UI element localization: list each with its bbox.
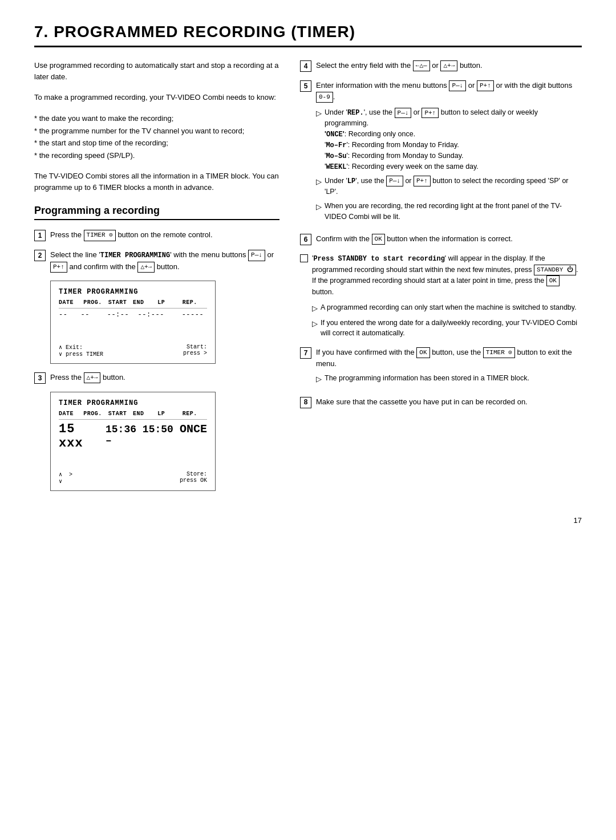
left-triangle-btn: ←△— bbox=[413, 60, 430, 71]
note-rep: ▷ Under 'REP.', use the P—↓ or P+↑ butto… bbox=[316, 107, 582, 172]
standby-text: 'Press STANDBY to start recording' will … bbox=[312, 253, 582, 342]
timer-btn-2: TIMER ⊙ bbox=[483, 347, 515, 358]
ok-btn-2: OK bbox=[546, 275, 560, 286]
arrow-icon-4: ▷ bbox=[312, 303, 318, 314]
step-1: 1 Press the TIMER ⊙ button on the remote… bbox=[34, 229, 279, 241]
step-4-content: Select the entry field with the ←△— or △… bbox=[316, 60, 582, 71]
page-number: 17 bbox=[34, 516, 582, 525]
timer-box-2: TIMER PROGRAMMING DATEPROG.STARTENDLPREP… bbox=[50, 392, 216, 491]
footer-left-1: ∧ Exit: ∨ press TIMER bbox=[59, 344, 103, 358]
bullet-3: * the start and stop time of the recordi… bbox=[34, 137, 279, 149]
step-2-num: 2 bbox=[34, 250, 46, 261]
timer-box-2-footer: ∧ > ∨ Store: press OK bbox=[59, 471, 207, 485]
col2-date: DATE bbox=[59, 411, 83, 417]
timer-box-2-main-row: 15 xxx 15:36 15:50 – ONCE bbox=[59, 422, 207, 451]
left-column: Use programmed recording to automaticall… bbox=[34, 60, 279, 499]
col2-lp: LP bbox=[157, 411, 182, 417]
footer-left-2: ∧ > ∨ bbox=[59, 471, 72, 485]
step-7: 7 If you have confirmed with the OK butt… bbox=[300, 347, 582, 388]
checkbox-icon bbox=[300, 254, 308, 262]
page-title: 7. PROGRAMMED RECORDING (TIMER) bbox=[34, 23, 582, 47]
standby-note-1: ▷ A programmed recording can only start … bbox=[312, 302, 582, 314]
p-minus-rep: P—↓ bbox=[395, 108, 412, 119]
arrow-icon-1: ▷ bbox=[316, 108, 322, 119]
timer-prog-label: TIMER PROGRAMMING bbox=[100, 251, 170, 259]
info-block: The TV-VIDEO Combi stores all the inform… bbox=[34, 171, 279, 193]
col-prog: PROG. bbox=[83, 299, 108, 306]
step-3-content: Press the △+→ button. bbox=[50, 372, 279, 383]
chapter-title: PROGRAMMED RECORDING (TIMER) bbox=[54, 23, 355, 40]
step-7-note: ▷ The programming information has been s… bbox=[316, 373, 582, 385]
bullet-2: * the programme number for the TV channe… bbox=[34, 125, 279, 137]
col-date: DATE bbox=[59, 299, 83, 306]
mo-su-label: Mo–Su bbox=[326, 152, 346, 160]
standby-note-1-text: A programmed recording can only start wh… bbox=[321, 302, 577, 313]
rep-label: REP. bbox=[347, 109, 364, 117]
note-recording-light-text: When you are recording, the red recordin… bbox=[325, 201, 582, 222]
arrow-icon-6: ▷ bbox=[316, 374, 322, 385]
step-1-num: 1 bbox=[34, 230, 46, 241]
note-lp-text: Under 'LP', use the P—↓ or P+↑ button to… bbox=[325, 176, 582, 197]
step-2-content: Select the line 'TIMER PROGRAMMING' with… bbox=[50, 249, 279, 273]
timer-box-1-container: TIMER PROGRAMMING DATEPROG.STARTENDLPREP… bbox=[50, 281, 279, 364]
timer-xxx: xxx bbox=[59, 436, 83, 451]
mo-fr-label: Mo–Fr bbox=[326, 141, 346, 149]
timer-box-1-title: TIMER PROGRAMMING bbox=[59, 288, 207, 296]
weekl-label: WEEKL bbox=[326, 163, 346, 171]
step-8-content: Make sure that the cassette you have put… bbox=[316, 396, 582, 408]
triangle-btn-1: △+→ bbox=[137, 262, 155, 273]
step-6-content: Confirm with the OK button when the info… bbox=[316, 233, 582, 245]
standby-note-2-text: If you entered the wrong date for a dail… bbox=[321, 318, 582, 339]
p-minus-btn: P—↓ bbox=[248, 250, 265, 261]
standby-btn: STANDBY ⏻ bbox=[534, 265, 576, 275]
note-lp: ▷ Under 'LP', use the P—↓ or P+↑ button … bbox=[316, 176, 582, 197]
lp-label: LP bbox=[347, 177, 355, 185]
ok-btn-1: OK bbox=[372, 234, 385, 245]
p-plus-rep: P+↑ bbox=[422, 108, 439, 119]
step-7-num: 7 bbox=[300, 347, 311, 359]
col2-end: END bbox=[133, 411, 157, 417]
step-4-num: 4 bbox=[300, 60, 311, 72]
p-plus-btn: P+↑ bbox=[50, 262, 67, 273]
arrow-icon-5: ▷ bbox=[312, 318, 318, 330]
bullet-1: * the date you want to make the recordin… bbox=[34, 112, 279, 124]
timer-box-2-header: DATEPROG.STARTENDLPREP. bbox=[59, 411, 207, 420]
step-3: 3 Press the △+→ button. bbox=[34, 372, 279, 384]
standby-block: 'Press STANDBY to start recording' will … bbox=[300, 253, 582, 342]
col-start: START bbox=[108, 299, 133, 306]
standby-note-2: ▷ If you entered the wrong date for a da… bbox=[312, 318, 582, 339]
timer-once: ONCE bbox=[180, 423, 207, 436]
note-rep-text: Under 'REP.', use the P—↓ or P+↑ button … bbox=[325, 107, 582, 172]
standby-label: Press STANDBY to start recording bbox=[313, 255, 444, 263]
timer-box-2-spacer bbox=[59, 455, 207, 468]
col-rep: REP. bbox=[183, 299, 207, 306]
timer-box-2-container: TIMER PROGRAMMING DATEPROG.STARTENDLPREP… bbox=[50, 392, 279, 491]
intro-text-1: Use programmed recording to automaticall… bbox=[34, 60, 279, 83]
chapter-number: 7. bbox=[34, 23, 48, 40]
p-minus-btn-2: P—↓ bbox=[449, 80, 466, 91]
timer-box-1-footer: ∧ Exit: ∨ press TIMER Start: press > bbox=[59, 344, 207, 358]
step-8-num: 8 bbox=[300, 397, 311, 408]
triangle-btn-2: △+→ bbox=[84, 372, 101, 383]
step-5-num: 5 bbox=[300, 80, 311, 92]
digit-btn: 0-9 bbox=[316, 92, 333, 103]
timer-box-1-header: DATEPROG.STARTENDLPREP. bbox=[59, 299, 207, 309]
footer-right-2: Store: press OK bbox=[180, 471, 207, 485]
intro-text-2: To make a programmed recording, your TV-… bbox=[34, 92, 279, 103]
step-2: 2 Select the line 'TIMER PROGRAMMING' wi… bbox=[34, 249, 279, 273]
once-label: 'ONCE' bbox=[325, 130, 345, 138]
bullet-4: * the recording speed (SP/LP). bbox=[34, 149, 279, 161]
col-lp: LP bbox=[157, 299, 182, 306]
p-plus-btn-2: P+↑ bbox=[477, 80, 494, 91]
arrow-icon-2: ▷ bbox=[316, 176, 322, 188]
timer-button: TIMER ⊙ bbox=[84, 230, 116, 241]
step-7-note-text: The programming information has been sto… bbox=[325, 373, 529, 384]
p-plus-lp: P+↑ bbox=[414, 176, 431, 186]
step-8: 8 Make sure that the cassette you have p… bbox=[300, 396, 582, 408]
col2-rep: REP. bbox=[183, 411, 207, 417]
step-5-content: Enter information with the menu buttons … bbox=[316, 80, 582, 225]
step-6-num: 6 bbox=[300, 234, 311, 245]
step-6: 6 Confirm with the OK button when the in… bbox=[300, 233, 582, 245]
ok-btn-3: OK bbox=[416, 347, 429, 358]
section-heading: Programming a recording bbox=[34, 205, 279, 220]
